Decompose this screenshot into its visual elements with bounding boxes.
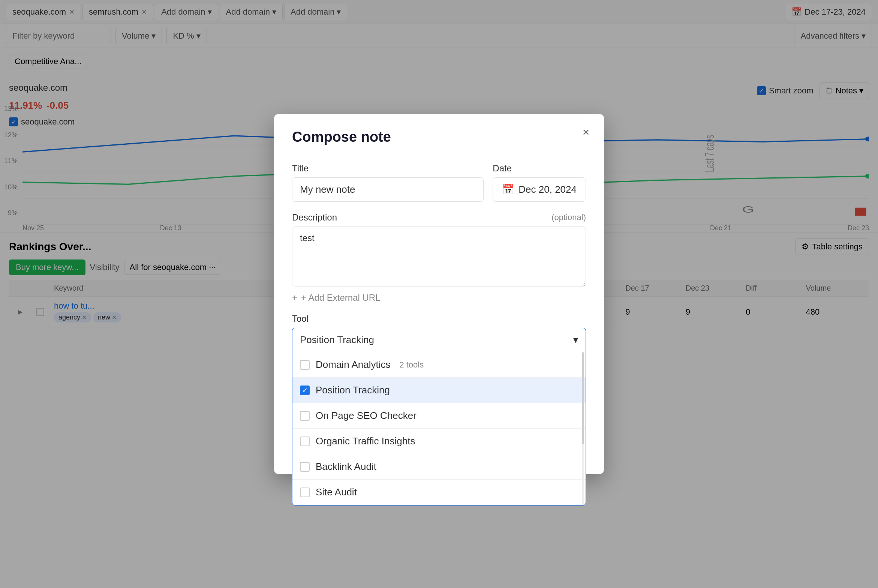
position-tracking-checkbox[interactable]: ✓ — [300, 386, 310, 395]
selected-tool-label: Position Tracking — [300, 334, 374, 346]
on-page-seo-checkbox[interactable] — [300, 411, 310, 421]
title-field-group: Title — [292, 163, 484, 202]
date-value: Dec 20, 2024 — [518, 184, 577, 195]
domain-analytics-count: 2 tools — [399, 360, 424, 370]
dropdown-item-on-page-seo[interactable]: On Page SEO Checker — [292, 403, 586, 429]
modal-header: Compose note × — [274, 114, 604, 154]
title-label: Title — [292, 163, 484, 174]
dropdown-item-site-audit[interactable]: Site Audit — [292, 480, 586, 505]
site-audit-label: Site Audit — [316, 486, 357, 498]
domain-analytics-label: Domain Analytics — [316, 359, 390, 370]
site-audit-checkbox[interactable] — [300, 488, 310, 497]
description-header: Description (optional) — [292, 212, 586, 223]
dropdown-scrollbar-thumb[interactable] — [582, 352, 584, 444]
description-textarea[interactable]: test — [292, 226, 586, 286]
close-x-icon: × — [583, 125, 590, 139]
tool-select-button[interactable]: Position Tracking ▾ — [292, 328, 586, 352]
date-label: Date — [493, 163, 586, 174]
dropdown-item-domain-analytics[interactable]: Domain Analytics 2 tools — [292, 352, 586, 378]
tool-dropdown: Domain Analytics 2 tools ✓ Position Trac… — [292, 352, 586, 506]
modal-title: Compose note — [292, 129, 391, 145]
title-input[interactable] — [292, 177, 484, 202]
position-tracking-label: Position Tracking — [316, 384, 390, 396]
optional-label: (optional) — [551, 213, 586, 222]
dropdown-item-position-tracking[interactable]: ✓ Position Tracking — [292, 378, 586, 403]
description-group: Description (optional) test — [292, 212, 586, 288]
backlink-audit-checkbox[interactable] — [300, 462, 310, 472]
add-external-url-button[interactable]: + + Add External URL — [292, 288, 380, 308]
domain-analytics-checkbox[interactable] — [300, 360, 310, 370]
date-field-group: Date 📅 Dec 20, 2024 — [493, 163, 586, 202]
title-date-row: Title Date 📅 Dec 20, 2024 — [292, 163, 586, 202]
tool-group: Tool Position Tracking ▾ Domain Analytic… — [292, 314, 586, 506]
dropdown-item-backlink-audit[interactable]: Backlink Audit — [292, 454, 586, 480]
add-url-label: + Add External URL — [301, 292, 380, 303]
dropdown-scrollbar-track — [582, 352, 584, 505]
modal-overlay: Compose note × Title Date 📅 Dec 20, 2024 — [0, 0, 878, 588]
dropdown-item-organic-traffic[interactable]: Organic Traffic Insights — [292, 429, 586, 454]
plus-icon: + — [292, 292, 297, 303]
organic-traffic-checkbox[interactable] — [300, 436, 310, 446]
backlink-audit-label: Backlink Audit — [316, 461, 376, 472]
date-picker-button[interactable]: 📅 Dec 20, 2024 — [493, 177, 586, 202]
calendar-icon-modal: 📅 — [502, 184, 514, 195]
modal-body: Title Date 📅 Dec 20, 2024 Description (o… — [274, 154, 604, 514]
chevron-down-tool-icon: ▾ — [573, 334, 578, 346]
organic-traffic-label: Organic Traffic Insights — [316, 435, 415, 447]
compose-note-modal: Compose note × Title Date 📅 Dec 20, 2024 — [274, 114, 604, 474]
tool-label: Tool — [292, 314, 586, 324]
description-label: Description — [292, 212, 337, 223]
on-page-seo-label: On Page SEO Checker — [316, 410, 417, 422]
modal-close-button[interactable]: × — [577, 123, 595, 141]
